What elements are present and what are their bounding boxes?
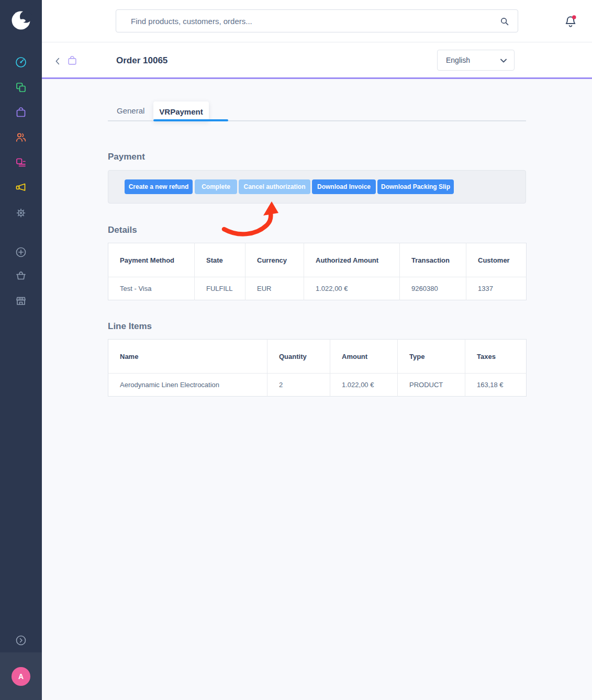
type-cell: PRODUCT bbox=[398, 374, 465, 397]
top-bar bbox=[42, 0, 592, 42]
chevron-right-circle-icon bbox=[15, 634, 27, 647]
expand-sidebar-button[interactable] bbox=[15, 634, 27, 647]
column-header: State bbox=[195, 243, 245, 277]
column-header: Quantity bbox=[267, 340, 330, 374]
smart-bar: Order 10065 English bbox=[42, 42, 592, 79]
page-title: Order 10065 bbox=[116, 55, 167, 66]
table-row: Aerodynamic Linen Electrocation 2 1.022,… bbox=[108, 374, 527, 397]
catalogues-icon bbox=[15, 81, 27, 94]
column-header: Customer bbox=[466, 243, 527, 277]
tab-vrpayment[interactable]: VRPayment bbox=[153, 101, 209, 121]
search-input[interactable] bbox=[116, 17, 518, 26]
active-tab-underline bbox=[153, 119, 228, 121]
amount-cell: 1.022,00 € bbox=[330, 374, 398, 397]
line-items-header-row: Name Quantity Amount Type Taxes bbox=[108, 340, 527, 374]
payment-method-cell: Test - Visa bbox=[108, 277, 195, 300]
language-value: English bbox=[438, 56, 470, 64]
transaction-cell: 9260380 bbox=[400, 277, 466, 300]
tab-general[interactable]: General bbox=[117, 106, 144, 115]
details-heading: Details bbox=[108, 225, 137, 235]
create-refund-button[interactable]: Create a new refund bbox=[125, 179, 193, 194]
column-header: Taxes bbox=[465, 340, 527, 374]
sidebar-item-settings[interactable] bbox=[15, 207, 27, 219]
cancel-authorization-button[interactable]: Cancel authorization bbox=[239, 179, 310, 194]
sidebar-item-content[interactable] bbox=[15, 156, 27, 169]
table-row: Test - Visa FULFILL EUR 1.022,00 € 92603… bbox=[108, 277, 527, 300]
language-selector[interactable]: English bbox=[437, 50, 515, 71]
global-search[interactable] bbox=[116, 9, 518, 32]
line-items-heading: Line Items bbox=[108, 321, 152, 332]
sidebar-item-marketing[interactable] bbox=[15, 182, 27, 194]
customer-cell: 1337 bbox=[466, 277, 527, 300]
back-button[interactable] bbox=[53, 56, 63, 66]
customers-icon bbox=[15, 131, 27, 144]
details-table: Payment Method State Currency Authorized… bbox=[108, 243, 527, 300]
order-module-icon bbox=[66, 55, 78, 66]
red-annotation-arrow bbox=[217, 200, 280, 242]
sidebar-item-extensions[interactable] bbox=[15, 246, 27, 258]
line-items-table: Name Quantity Amount Type Taxes Aerodyna… bbox=[108, 339, 527, 397]
sidebar-item-catalogues[interactable] bbox=[15, 81, 27, 94]
marketing-megaphone-icon bbox=[15, 182, 27, 194]
chevron-down-icon bbox=[500, 59, 507, 63]
complete-button[interactable]: Complete bbox=[195, 179, 237, 194]
name-cell: Aerodynamic Linen Electrocation bbox=[108, 374, 267, 397]
authorized-amount-cell: 1.022,00 € bbox=[304, 277, 400, 300]
notifications-button[interactable] bbox=[563, 14, 578, 29]
storefront-icon bbox=[15, 295, 27, 307]
column-header: Type bbox=[398, 340, 465, 374]
column-header: Name bbox=[108, 340, 267, 374]
column-header: Amount bbox=[330, 340, 398, 374]
shopware-logo-icon[interactable] bbox=[9, 8, 32, 31]
column-header: Currency bbox=[245, 243, 304, 277]
content-icon bbox=[15, 156, 27, 169]
search-icon bbox=[499, 16, 510, 27]
orders-bag-icon bbox=[15, 106, 27, 119]
sidebar-item-customers[interactable] bbox=[15, 131, 27, 144]
chevron-left-icon bbox=[53, 56, 63, 66]
sidebar-item-dashboard[interactable] bbox=[15, 56, 27, 69]
taxes-cell: 163,18 € bbox=[465, 374, 527, 397]
settings-gear-icon bbox=[15, 207, 27, 219]
download-packing-slip-button[interactable]: Download Packing Slip bbox=[377, 179, 454, 194]
details-header-row: Payment Method State Currency Authorized… bbox=[108, 243, 527, 277]
user-menu[interactable]: A bbox=[0, 652, 42, 700]
sidebar-item-my-extensions[interactable] bbox=[15, 269, 27, 282]
bell-icon bbox=[563, 14, 578, 29]
plus-circle-icon bbox=[15, 246, 27, 258]
sidebar-item-storefront[interactable] bbox=[15, 295, 27, 307]
sidebar: A bbox=[0, 0, 42, 700]
column-header: Authorized Amount bbox=[304, 243, 400, 277]
state-cell: FULFILL bbox=[195, 277, 245, 300]
download-invoice-button[interactable]: Download Invoice bbox=[312, 179, 376, 194]
avatar[interactable]: A bbox=[12, 667, 30, 686]
quantity-cell: 2 bbox=[267, 374, 330, 397]
column-header: Payment Method bbox=[108, 243, 195, 277]
notification-dot bbox=[572, 15, 576, 19]
sidebar-item-orders[interactable] bbox=[15, 106, 27, 119]
payment-heading: Payment bbox=[108, 152, 145, 162]
basket-icon bbox=[15, 269, 27, 282]
currency-cell: EUR bbox=[245, 277, 304, 300]
dashboard-gauge-icon bbox=[15, 56, 27, 69]
column-header: Transaction bbox=[400, 243, 466, 277]
